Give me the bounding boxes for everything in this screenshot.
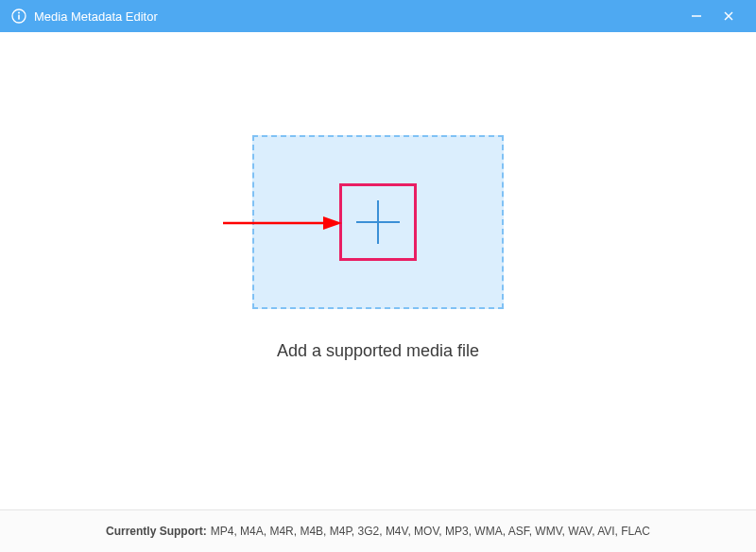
- titlebar: Media Metadata Editor: [0, 0, 756, 32]
- svg-point-1: [18, 12, 20, 14]
- info-icon: [11, 9, 26, 24]
- footer-label: Currently Support:: [106, 525, 207, 538]
- plus-icon: [351, 195, 405, 250]
- close-button[interactable]: [713, 0, 745, 32]
- close-icon: [722, 9, 735, 23]
- app-title: Media Metadata Editor: [34, 9, 680, 24]
- footer-formats: MP4, M4A, M4R, M4B, M4P, 3G2, M4V, MOV, …: [211, 525, 650, 538]
- main-area: Add a supported media file: [0, 32, 756, 509]
- footer: Currently Support: MP4, M4A, M4R, M4B, M…: [0, 509, 756, 552]
- add-file-dropzone[interactable]: [252, 135, 504, 309]
- minimize-icon: [690, 9, 703, 23]
- dropzone-caption: Add a supported media file: [0, 341, 756, 361]
- minimize-button[interactable]: [680, 0, 713, 32]
- svg-rect-2: [18, 15, 20, 20]
